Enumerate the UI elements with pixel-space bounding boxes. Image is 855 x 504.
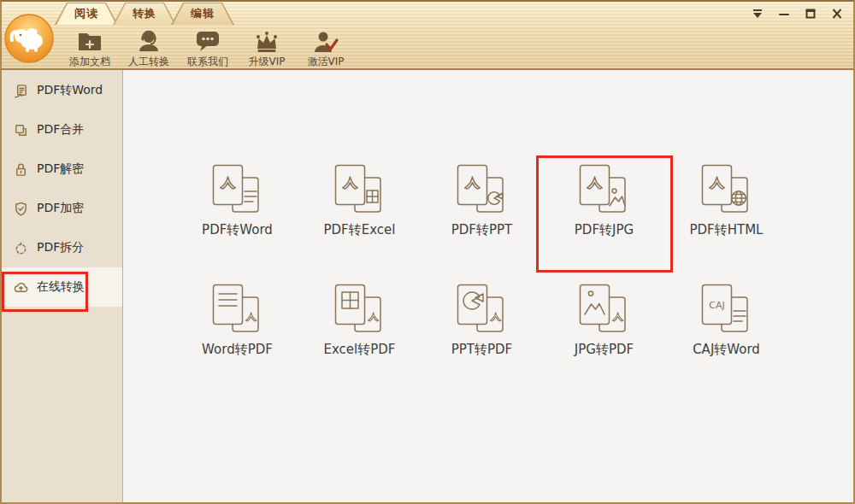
sidebar-item-label: PDF解密 — [37, 161, 84, 177]
pdf-to-word-icon — [212, 164, 263, 217]
contact-us-button[interactable]: 联系我们 — [180, 26, 235, 69]
caj-to-word-icon: CAJ — [701, 284, 752, 337]
pdf-to-ppt-icon — [457, 164, 508, 217]
main-content: PDF转Word PDF转Excel — [123, 70, 853, 502]
app-logo[interactable] — [3, 13, 55, 64]
add-document-folder-icon — [76, 26, 103, 54]
grid-item-pdf-to-jpg[interactable]: PDF转JPG — [543, 164, 665, 238]
sidebar: PDF转Word PDF合并 PDF解密 — [2, 70, 123, 502]
manual-convert-button[interactable]: 人工转换 — [121, 26, 176, 69]
sidebar-item-pdf-to-word[interactable]: PDF转Word — [2, 71, 122, 110]
lock-icon — [13, 161, 29, 178]
maximize-button[interactable] — [803, 7, 818, 21]
tab-label: 阅读 — [55, 3, 118, 25]
sidebar-item-online-convert[interactable]: 在线转换 — [2, 267, 122, 307]
sidebar-item-label: PDF加密 — [37, 201, 84, 216]
skin-menu-button[interactable] — [750, 7, 765, 21]
word-to-pdf-icon — [212, 284, 263, 337]
tab-convert[interactable]: 转换 — [113, 3, 176, 25]
close-button[interactable] — [829, 7, 845, 21]
toolbar-label: 激活VIP — [308, 55, 345, 69]
toolbar-label: 添加文档 — [69, 55, 110, 69]
excel-to-pdf-icon — [334, 284, 386, 337]
sidebar-item-pdf-merge[interactable]: PDF合并 — [2, 110, 122, 149]
grid-item-jpg-to-pdf[interactable]: JPG转PDF — [543, 284, 665, 358]
cloud-upload-icon — [13, 279, 29, 296]
grid-item-word-to-pdf[interactable]: Word转PDF — [176, 284, 298, 358]
tab-label: 转换 — [113, 3, 176, 25]
chat-bubble-icon — [194, 26, 221, 54]
jpg-to-pdf-icon — [579, 284, 630, 337]
tab-label: 编辑 — [171, 3, 234, 25]
sidebar-item-pdf-decrypt[interactable]: PDF解密 — [2, 149, 122, 189]
title-toolbar-band: 阅读 转换 编辑 — [2, 2, 853, 70]
grid-item-label: Excel转PDF — [324, 342, 396, 358]
support-agent-icon — [135, 26, 162, 54]
sidebar-item-label: PDF转Word — [37, 83, 103, 98]
toolbar-label: 人工转换 — [128, 55, 169, 69]
tab-read[interactable]: 阅读 — [55, 3, 118, 25]
grid-item-label: PDF转JPG — [575, 222, 634, 238]
add-document-button[interactable]: 添加文档 — [62, 26, 117, 69]
grid-item-excel-to-pdf[interactable]: Excel转PDF — [298, 284, 421, 358]
toolbar-label: 联系我们 — [187, 55, 228, 69]
merge-icon — [13, 122, 29, 138]
grid-item-pdf-to-ppt[interactable]: PDF转PPT — [421, 164, 543, 238]
close-icon — [831, 9, 843, 19]
window-body: PDF转Word PDF合并 PDF解密 — [2, 70, 853, 502]
sidebar-item-label: PDF拆分 — [37, 240, 84, 255]
grid-item-label: PDF转Excel — [324, 222, 396, 238]
grid-item-label: PPT转PDF — [451, 342, 512, 358]
skin-menu-icon — [752, 9, 764, 19]
grid-item-caj-to-word[interactable]: CAJ CAJ转Word — [665, 284, 787, 358]
pdf-to-excel-icon — [334, 164, 386, 217]
pdf-to-html-icon — [701, 164, 752, 217]
app-window: 阅读 转换 编辑 — [0, 0, 855, 504]
person-check-icon — [311, 26, 340, 54]
caj-icon-text: CAJ — [709, 300, 724, 311]
sidebar-item-label: 在线转换 — [37, 279, 85, 295]
activate-vip-button[interactable]: 激活VIP — [298, 26, 353, 69]
grid-item-ppt-to-pdf[interactable]: PPT转PDF — [421, 284, 543, 358]
grid-item-label: JPG转PDF — [575, 342, 634, 358]
sidebar-item-pdf-encrypt[interactable]: PDF加密 — [2, 189, 122, 228]
convert-grid: PDF转Word PDF转Excel — [176, 164, 787, 358]
grid-item-label: CAJ转Word — [693, 342, 760, 358]
sidebar-item-pdf-split[interactable]: PDF拆分 — [2, 228, 122, 267]
sidebar-item-label: PDF合并 — [37, 122, 84, 138]
minimize-button[interactable] — [776, 7, 792, 21]
minimize-icon — [778, 9, 790, 19]
grid-item-label: PDF转PPT — [451, 222, 512, 238]
shield-check-icon — [13, 201, 29, 217]
upgrade-vip-button[interactable]: 升级VIP — [239, 26, 294, 69]
elephant-logo-icon — [3, 13, 55, 64]
split-icon — [13, 240, 29, 256]
window-controls — [750, 7, 845, 21]
pdf-to-jpg-icon — [579, 164, 630, 217]
ribbon-tabs: 阅读 转换 编辑 — [55, 3, 229, 25]
grid-item-label: PDF转Word — [202, 222, 273, 238]
toolbar-label: 升级VIP — [249, 55, 286, 69]
ppt-to-pdf-icon — [457, 284, 508, 337]
doc-pen-icon — [13, 83, 29, 99]
grid-item-pdf-to-html[interactable]: PDF转HTML — [665, 164, 787, 238]
maximize-icon — [805, 9, 817, 19]
tab-edit[interactable]: 编辑 — [171, 3, 234, 25]
grid-item-pdf-to-excel[interactable]: PDF转Excel — [298, 164, 421, 238]
grid-item-label: PDF转HTML — [690, 222, 764, 238]
toolbar: 添加文档 人工转换 — [62, 26, 353, 69]
grid-item-pdf-to-word[interactable]: PDF转Word — [176, 164, 298, 238]
grid-item-label: Word转PDF — [202, 342, 273, 358]
crown-icon — [252, 26, 281, 54]
